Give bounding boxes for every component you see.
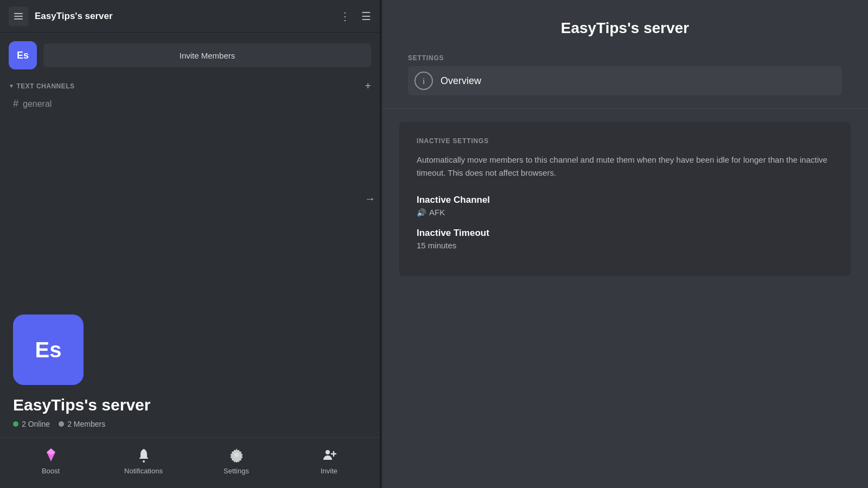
hamburger-icon[interactable]: ☰ <box>361 10 371 23</box>
online-stat: 2 Online <box>13 420 50 428</box>
server-avatar-small: Es <box>9 41 37 69</box>
invite-members-button[interactable]: Invite Members <box>43 43 371 67</box>
boost-label: Boost <box>42 467 60 475</box>
svg-point-5 <box>143 460 145 463</box>
channel-hash-icon: # <box>13 98 18 110</box>
add-channel-icon[interactable]: + <box>365 80 371 92</box>
inactive-settings-card: INACTIVE SETTINGS Automatically move mem… <box>399 122 851 276</box>
overview-nav-item[interactable]: i Overview <box>408 66 842 95</box>
server-avatar-large: Es <box>13 314 84 385</box>
boost-action[interactable]: Boost <box>4 446 97 475</box>
notifications-action[interactable]: Notifications <box>97 446 190 475</box>
settings-content: INACTIVE SETTINGS Automatically move mem… <box>382 109 868 488</box>
left-bottom-section: Es EasyTips's server 2 Online 2 Members <box>0 297 380 488</box>
channel-section: ▼ TEXT CHANNELS + # general <box>0 74 380 113</box>
svg-rect-0 <box>14 13 23 14</box>
info-icon: i <box>414 72 433 90</box>
invite-label: Invite <box>321 467 337 475</box>
channel-item-general[interactable]: # general <box>9 95 371 113</box>
left-panel: EasyTips's server ⋮ ☰ Es Invite Members … <box>0 0 380 488</box>
speaker-icon: 🔊 <box>417 208 426 217</box>
invite-action[interactable]: Invite <box>283 446 375 475</box>
overview-nav-label: Overview <box>441 75 481 87</box>
server-info-section: Es EasyTips's server 2 Online 2 Members <box>0 297 380 437</box>
inactive-timeout-label: Inactive Timeout <box>417 228 833 239</box>
inactive-channel-label: Inactive Channel <box>417 195 833 206</box>
svg-rect-1 <box>14 16 23 17</box>
channel-section-label: TEXT CHANNELS <box>16 82 74 90</box>
server-title-top: EasyTips's server <box>35 11 333 22</box>
online-dot <box>13 421 18 427</box>
svg-point-7 <box>326 450 330 454</box>
settings-action[interactable]: Settings <box>190 446 283 475</box>
notifications-label: Notifications <box>124 467 163 475</box>
collapse-arrow-icon: ▼ <box>9 83 14 89</box>
inactive-channel-row: Inactive Channel 🔊 AFK <box>417 195 833 217</box>
members-stat: 2 Members <box>59 420 105 428</box>
invite-area: Es Invite Members <box>0 33 380 74</box>
server-stats: 2 Online 2 Members <box>13 420 367 428</box>
server-icon-small <box>9 7 28 26</box>
server-name-large: EasyTips's server <box>13 396 367 414</box>
svg-rect-2 <box>14 18 23 20</box>
inactive-settings-description: Automatically move members to this chann… <box>417 153 833 179</box>
invite-add-icon <box>321 446 338 464</box>
right-panel-header: EasyTips's server SETTINGS i Overview <box>382 0 868 109</box>
inactive-timeout-row: Inactive Timeout 15 minutes <box>417 228 833 250</box>
channel-name-general: general <box>23 99 52 109</box>
settings-section-label: SETTINGS <box>408 54 842 62</box>
more-options-icon[interactable]: ⋮ <box>340 10 350 23</box>
right-panel: EasyTips's server SETTINGS i Overview IN… <box>382 0 868 488</box>
bell-icon <box>135 446 152 464</box>
gear-icon <box>228 446 245 464</box>
inactive-channel-value: 🔊 AFK <box>417 208 833 217</box>
boost-icon <box>42 446 60 464</box>
top-bar: EasyTips's server ⋮ ☰ <box>0 0 380 33</box>
inactive-timeout-value: 15 minutes <box>417 241 833 250</box>
channel-section-header: ▼ TEXT CHANNELS + <box>9 78 371 94</box>
scroll-right-arrow: → <box>365 192 375 205</box>
right-panel-title: EasyTips's server <box>408 20 842 37</box>
settings-label: Settings <box>224 467 249 475</box>
bottom-action-bar: Boost Notifications <box>0 437 380 488</box>
inactive-settings-title: INACTIVE SETTINGS <box>417 137 833 145</box>
members-dot <box>59 421 64 427</box>
